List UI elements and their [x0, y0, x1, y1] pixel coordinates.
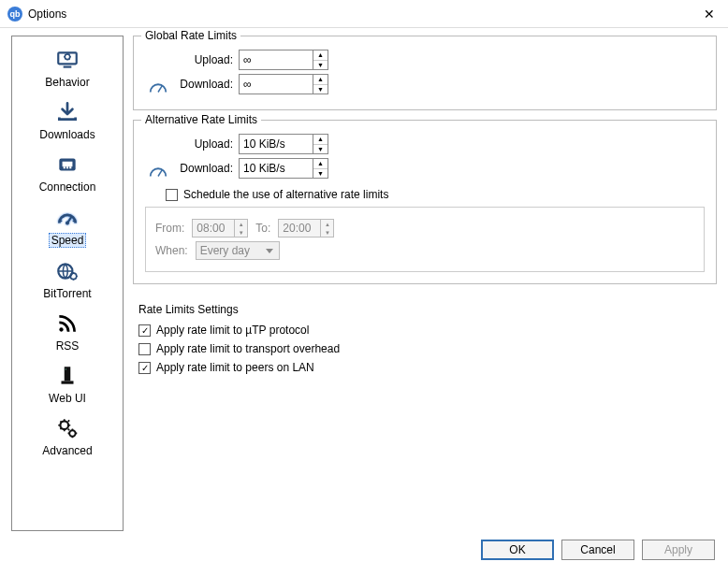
schedule-checkbox[interactable]	[166, 189, 178, 201]
sidebar-item-label: RSS	[56, 339, 80, 353]
svg-line-24	[158, 169, 163, 176]
content-panel: Global Rate Limits Upload: ▲▼ Download:	[133, 36, 717, 531]
speedometer-icon	[145, 79, 171, 98]
svg-rect-4	[63, 162, 73, 166]
svg-rect-5	[64, 166, 66, 168]
globe-gear-icon	[55, 257, 80, 285]
group-legend: Alternative Rate Limits	[141, 113, 261, 126]
svg-point-11	[63, 216, 65, 218]
svg-rect-6	[66, 166, 68, 168]
sidebar-item-speed[interactable]: Speed	[16, 199, 119, 253]
global-download-input[interactable]: ▲▼	[239, 74, 328, 94]
svg-line-23	[158, 85, 163, 92]
svg-line-9	[67, 217, 71, 223]
group-legend: Rate Limits Settings	[138, 303, 706, 316]
sidebar: Behavior Downloads Connection Speed BitT…	[11, 36, 124, 531]
global-upload-input[interactable]: ▲▼	[239, 50, 328, 70]
footer: OK Cancel Apply	[0, 531, 728, 569]
sidebar-item-label: Web UI	[49, 392, 86, 405]
ethernet-icon	[55, 151, 80, 179]
body: Behavior Downloads Connection Speed BitT…	[0, 28, 728, 531]
sidebar-item-label: Connection	[39, 180, 96, 194]
when-label: When:	[155, 244, 188, 257]
group-legend: Global Rate Limits	[141, 29, 240, 42]
from-time-input: 08:00 ▲▼	[192, 219, 248, 238]
title-bar: qb Options ✕	[0, 0, 728, 28]
download-icon	[55, 98, 80, 126]
svg-rect-19	[62, 381, 74, 383]
speedometer-icon	[145, 164, 171, 182]
utp-checkbox[interactable]: ✓	[138, 324, 151, 337]
apply-button: Apply	[642, 540, 715, 560]
svg-rect-18	[65, 367, 71, 381]
server-icon	[55, 362, 80, 390]
spin-up-icon[interactable]: ▲	[313, 135, 328, 145]
alternative-rate-limits-group: Alternative Rate Limits Upload: ▲▼ Downl…	[133, 120, 717, 284]
sidebar-item-label: Behavior	[45, 76, 89, 89]
from-label: From:	[155, 222, 184, 235]
speedometer-icon	[55, 203, 80, 231]
sidebar-item-connection[interactable]: Connection	[16, 147, 119, 199]
alt-download-field[interactable]	[240, 159, 313, 178]
sidebar-item-bittorrent[interactable]: BitTorrent	[16, 253, 119, 306]
sidebar-item-downloads[interactable]: Downloads	[16, 94, 119, 147]
app-icon: qb	[7, 7, 22, 22]
spin-down-icon[interactable]: ▼	[313, 61, 328, 70]
sidebar-item-label: Downloads	[39, 128, 95, 141]
spin-up-icon[interactable]: ▲	[313, 50, 328, 61]
rss-icon	[55, 310, 80, 338]
overhead-label: Apply rate limit to transport overhead	[156, 342, 340, 355]
lan-checkbox[interactable]: ✓	[138, 362, 151, 374]
svg-point-13	[70, 216, 72, 218]
svg-point-17	[59, 327, 63, 331]
monitor-gear-icon	[55, 46, 80, 74]
window-title: Options	[28, 7, 698, 21]
ok-button[interactable]: OK	[481, 540, 554, 560]
svg-rect-1	[64, 66, 72, 68]
upload-label: Upload:	[171, 53, 239, 66]
utp-label: Apply rate limit to µTP protocol	[156, 324, 309, 337]
spin-down-icon[interactable]: ▼	[313, 145, 328, 154]
spin-up-icon[interactable]: ▲	[313, 159, 328, 169]
spin-up-icon[interactable]: ▲	[313, 75, 328, 85]
alt-upload-input[interactable]: ▲▼	[239, 134, 328, 154]
gears-icon	[55, 414, 80, 442]
spin-down-icon[interactable]: ▼	[313, 85, 328, 94]
alt-download-input[interactable]: ▲▼	[239, 158, 328, 179]
sidebar-item-webui[interactable]: Web UI	[16, 358, 119, 410]
schedule-panel: From: 08:00 ▲▼ To: 20:00 ▲▼ When: Every …	[145, 207, 705, 272]
global-upload-field[interactable]	[240, 50, 313, 69]
download-label: Download:	[171, 78, 239, 91]
close-button[interactable]: ✕	[698, 7, 721, 22]
rate-limits-settings-group: Rate Limits Settings ✓ Apply rate limit …	[133, 294, 717, 391]
to-label: To:	[255, 222, 270, 235]
svg-point-12	[66, 214, 68, 216]
svg-point-22	[69, 430, 76, 437]
sidebar-item-label: BitTorrent	[43, 287, 91, 300]
sidebar-item-label: Advanced	[42, 444, 92, 457]
svg-point-10	[61, 220, 63, 222]
svg-rect-7	[69, 166, 71, 168]
lan-label: Apply rate limit to peers on LAN	[156, 361, 314, 374]
overhead-checkbox[interactable]	[138, 343, 151, 355]
svg-rect-20	[66, 368, 66, 369]
svg-point-14	[73, 220, 75, 222]
global-download-field[interactable]	[240, 75, 313, 94]
cancel-button[interactable]: Cancel	[561, 540, 634, 560]
spin-down-icon[interactable]: ▼	[313, 169, 328, 179]
sidebar-item-rss[interactable]: RSS	[16, 306, 119, 358]
sidebar-item-advanced[interactable]: Advanced	[16, 410, 119, 463]
when-select: Every day	[196, 241, 280, 260]
download-label: Download:	[171, 162, 239, 175]
alt-upload-field[interactable]	[240, 135, 313, 153]
upload-label: Upload:	[171, 137, 239, 151]
sidebar-item-behavior[interactable]: Behavior	[16, 42, 119, 94]
sidebar-item-label: Speed	[49, 233, 87, 248]
to-time-input: 20:00 ▲▼	[278, 219, 334, 238]
schedule-label: Schedule the use of alternative rate lim…	[183, 188, 388, 201]
global-rate-limits-group: Global Rate Limits Upload: ▲▼ Download:	[133, 36, 717, 110]
